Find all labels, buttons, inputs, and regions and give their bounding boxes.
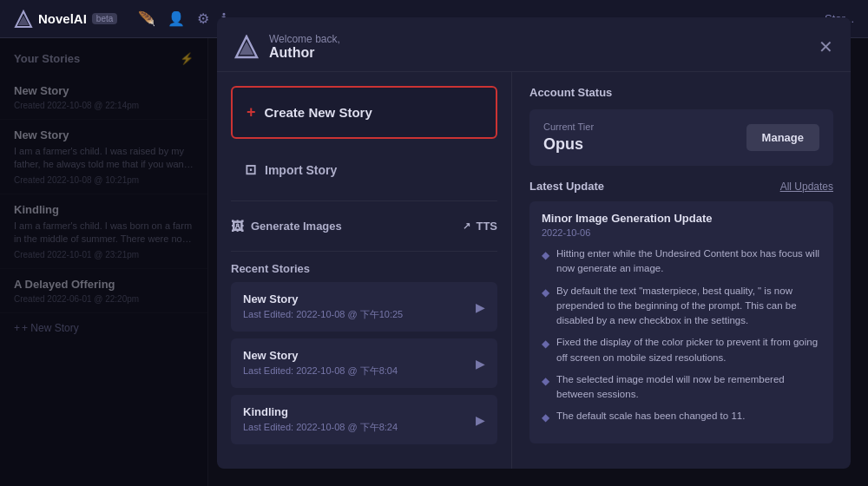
- image-icon: 🖼: [231, 219, 244, 233]
- generate-images-button[interactable]: 🖼 Generate Images: [231, 219, 342, 233]
- tts-button[interactable]: ↗ TTS: [463, 220, 497, 233]
- latest-update-title: Latest Update: [529, 180, 604, 193]
- all-updates-link[interactable]: All Updates: [780, 181, 833, 193]
- import-icon: ⊡: [245, 161, 256, 178]
- divider: [231, 200, 497, 201]
- update-card-date: 2022-10-06: [542, 227, 821, 238]
- welcome-text: Welcome back,: [269, 33, 808, 45]
- create-new-story-button[interactable]: + Create New Story: [231, 86, 497, 139]
- logo-icon: [14, 10, 33, 29]
- recent-story-1-arrow-icon: ▶: [476, 300, 485, 314]
- recent-story-1-info: New Story Last Edited: 2022-10-08 @ 下午10…: [243, 292, 403, 321]
- tts-label: TTS: [476, 220, 497, 233]
- beta-badge: beta: [92, 13, 117, 24]
- author-name: Author: [269, 45, 808, 61]
- create-plus-icon: +: [247, 103, 256, 122]
- recent-story-3-date: Last Edited: 2022-10-08 @ 下午8:24: [243, 421, 398, 434]
- update-text-4: The selected image model will now be rem…: [556, 372, 821, 403]
- update-card: Minor Image Generation Update 2022-10-06…: [529, 201, 833, 443]
- update-item-1: ◆ Hitting enter while the Undesired Cont…: [542, 246, 821, 277]
- update-item-5: ◆ The default scale has been changed to …: [542, 409, 821, 425]
- latest-update-row: Latest Update All Updates: [529, 180, 833, 193]
- quill-icon[interactable]: 🪶: [138, 10, 155, 27]
- tier-info: Current Tier Opus: [543, 122, 594, 154]
- recent-story-3[interactable]: Kindling Last Edited: 2022-10-08 @ 下午8:2…: [231, 395, 497, 444]
- create-new-story-label: Create New Story: [265, 105, 372, 120]
- modal: Welcome back, Author ✕ + Create New Stor…: [217, 17, 851, 469]
- update-item-3: ◆ Fixed the display of the color picker …: [542, 335, 821, 365]
- logo: NovelAI beta: [14, 10, 117, 29]
- modal-body: + Create New Story ⊡ Import Story 🖼 Gene…: [217, 72, 851, 469]
- tools-row: 🖼 Generate Images ↗ TTS: [231, 208, 497, 244]
- recent-story-2[interactable]: New Story Last Edited: 2022-10-08 @ 下午8:…: [231, 338, 497, 388]
- tier-box: Current Tier Opus Manage: [529, 109, 833, 166]
- recent-story-2-arrow-icon: ▶: [476, 357, 485, 371]
- recent-story-3-name: Kindling: [243, 405, 398, 418]
- recent-story-2-info: New Story Last Edited: 2022-10-08 @ 下午8:…: [243, 349, 398, 378]
- modal-right-panel: Account Status Current Tier Opus Manage …: [512, 72, 851, 469]
- update-card-title: Minor Image Generation Update: [542, 212, 821, 225]
- gear-icon[interactable]: ⚙: [197, 10, 209, 27]
- recent-story-2-name: New Story: [243, 349, 398, 362]
- update-text-1: Hitting enter while the Undesired Conten…: [556, 246, 821, 277]
- recent-story-1-date: Last Edited: 2022-10-08 @ 下午10:25: [243, 308, 403, 321]
- recent-story-2-date: Last Edited: 2022-10-08 @ 下午8:04: [243, 364, 398, 378]
- update-list: ◆ Hitting enter while the Undesired Cont…: [542, 246, 821, 426]
- update-text-5: The default scale has been changed to 11…: [556, 409, 745, 425]
- generate-images-label: Generate Images: [251, 220, 342, 233]
- update-text-2: By default the text "masterpiece, best q…: [556, 284, 821, 329]
- account-status-title: Account Status: [529, 86, 833, 99]
- external-link-icon: ↗: [463, 220, 470, 232]
- bullet-icon-5: ◆: [542, 410, 549, 425]
- update-text-3: Fixed the display of the color picker to…: [556, 335, 821, 365]
- recent-story-1-name: New Story: [243, 292, 403, 305]
- divider-2: [231, 251, 497, 252]
- modal-welcome: Welcome back, Author: [269, 33, 808, 61]
- manage-button[interactable]: Manage: [746, 124, 819, 151]
- recent-story-3-info: Kindling Last Edited: 2022-10-08 @ 下午8:2…: [243, 405, 398, 434]
- close-button[interactable]: ✕: [819, 38, 833, 56]
- modal-header: Welcome back, Author ✕: [217, 17, 851, 72]
- logo-text: NovelAI: [38, 11, 87, 26]
- tier-name: Opus: [543, 135, 594, 154]
- update-item-4: ◆ The selected image model will now be r…: [542, 372, 821, 403]
- recent-story-3-arrow-icon: ▶: [476, 413, 485, 427]
- import-story-label: Import Story: [265, 163, 337, 177]
- bullet-icon-4: ◆: [542, 374, 549, 403]
- import-story-button[interactable]: ⊡ Import Story: [231, 149, 497, 190]
- modal-left-panel: + Create New Story ⊡ Import Story 🖼 Gene…: [217, 72, 512, 469]
- bullet-icon-1: ◆: [542, 248, 549, 277]
- user-icon[interactable]: 👤: [168, 10, 185, 27]
- recent-story-1[interactable]: New Story Last Edited: 2022-10-08 @ 下午10…: [231, 282, 497, 332]
- bullet-icon-2: ◆: [542, 286, 549, 329]
- modal-logo-icon: [234, 35, 259, 59]
- current-tier-label: Current Tier: [543, 122, 594, 132]
- update-item-2: ◆ By default the text "masterpiece, best…: [542, 284, 821, 329]
- recent-stories-title: Recent Stories: [231, 262, 497, 275]
- topnav-icons: 🪶 👤 ⚙ ℹ: [138, 10, 227, 27]
- bullet-icon-3: ◆: [542, 337, 549, 365]
